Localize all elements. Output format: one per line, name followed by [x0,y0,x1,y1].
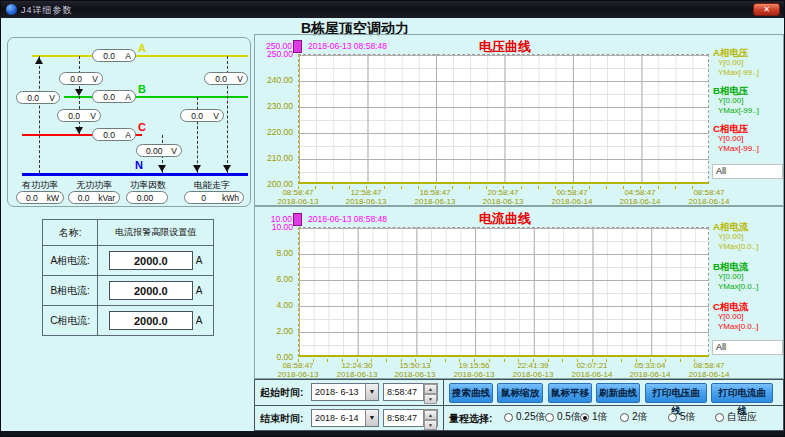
end-time-label: 结束时间: [260,412,303,426]
current-ytick: 4.00 [255,300,295,310]
calendar-dropdown-icon[interactable]: ▼ [365,410,378,426]
current-ytick: 8.00 [255,248,295,258]
current-xtick: 05:33:042018-06-14 [620,361,680,379]
active-power-display: 0.0kW [16,191,64,204]
current-ytick: 10.00 [255,222,295,232]
energy-meter-display: 0kWh [184,191,244,204]
legend-phase-c-current[interactable]: C相电流 Y[0.00] YMax[0.0..] [713,302,783,332]
end-date-input[interactable]: 2018- 6-14 ▼ [311,409,379,427]
arrow-up-icon [35,57,43,64]
current-cursor-time: 2018-06-13 08:58:48 [308,214,387,224]
print-current-curve-button[interactable]: 打印电流曲线 [711,383,773,403]
refresh-curve-button[interactable]: 刷新曲线 [596,383,640,403]
mouse-zoom-button[interactable]: 鼠标缩放 [497,383,543,403]
window-titlebar[interactable]: J4详细参数 ✕ [1,1,785,18]
phase-c-alarm-unit: A [196,315,203,326]
voltage-plot[interactable] [298,54,709,184]
table-row: C相电流: A [43,306,214,336]
close-button[interactable]: ✕ [753,3,780,16]
current-xtick: 12:24:302018-06-13 [327,361,387,379]
circuit-diagram-panel: A B C N 0.0A 0.0A 0.0A [7,37,251,207]
legend-phase-c-voltage[interactable]: C相电压 Y[0.00] YMax[-99..] [713,124,783,154]
app-icon [6,4,17,15]
value-column-header: 电流报警高限设置值 [98,220,214,246]
phase-b-current-display: 0.0A [92,90,136,103]
start-date-input[interactable]: 2018- 6-13 ▼ [311,383,379,401]
current-xtick: 08:58:472018-06-14 [679,361,739,379]
phase-c-alarm-label: C相电流: [43,306,98,336]
legend-all-selector[interactable]: All [712,164,783,179]
voltage-bn-display: 0.0V [180,109,224,122]
current-chart-title: 电流曲线 [405,210,605,228]
range-radio-2x[interactable]: 2倍 [620,410,648,424]
phase-a-label: A [138,42,146,54]
calendar-dropdown-icon[interactable]: ▼ [365,384,378,400]
voltage-bc-display: 0.0V [57,109,101,122]
search-curve-button[interactable]: 搜索曲线 [449,383,493,403]
radio-icon[interactable] [504,413,513,422]
end-time-spinner[interactable]: ▲▼ [423,409,438,427]
table-row: B相电流: A [43,276,214,306]
arrow-down-icon [75,127,83,134]
current-cursor-slider[interactable] [293,213,302,226]
current-xtick: 15:50:132018-06-13 [385,361,445,379]
legend-phase-b-voltage[interactable]: B相电压 Y[0.00] YMax[-99..] [713,86,783,116]
voltage-xtick: 16:58:472018-06-13 [405,188,465,206]
phase-n-label: N [135,159,143,171]
phase-b-alarm-input[interactable] [109,281,193,300]
spin-up-icon[interactable]: ▲ [424,384,437,394]
voltage-xtick: 00:58:472018-06-14 [542,188,602,206]
arrow-down-icon [158,165,166,172]
legend-all-selector[interactable]: All [712,340,783,355]
start-time-spinner[interactable]: ▲▼ [423,383,438,401]
phase-c-current-display: 0.0A [92,128,136,141]
phase-a-alarm-label: A相电流: [43,246,98,276]
window-bottom-border [1,431,785,437]
voltage-xtick: 08:58:472018-06-13 [268,188,328,206]
divider [443,380,444,430]
legend-phase-b-current[interactable]: B相电流 Y[0.00] YMax[0.0..] [713,262,783,292]
voltage-cursor-time: 2018-06-13 08:58:48 [308,41,387,51]
range-radio-025x[interactable]: 0.25倍 [504,410,545,424]
range-radio-1x[interactable]: 1倍 [580,410,608,424]
voltage-ytick: 250.00 [255,49,295,59]
voltage-ytick: 220.00 [255,127,295,137]
radio-icon[interactable] [715,413,724,422]
reactive-power-display: 0.0kVar [68,191,120,204]
voltage-ab-display: 0.0V [59,72,103,85]
phase-c-label: C [138,121,146,133]
legend-phase-a-voltage[interactable]: A相电压 Y[0.00] YMax[-99..] [713,48,783,78]
spin-down-icon[interactable]: ▼ [424,420,437,430]
radio-checked-icon[interactable] [580,413,589,422]
current-xtick: 02:07:212018-06-14 [562,361,622,379]
current-ytick: 2.00 [255,326,295,336]
range-radio-auto[interactable]: 自适应 [715,410,757,424]
phase-a-alarm-input[interactable] [109,251,193,270]
arrow-down-icon [75,89,83,96]
controls-panel: 起始时间: 2018- 6-13 ▼ 8:58:47 ▲▼ 结束时间: 2018… [254,379,784,431]
range-radio-05x[interactable]: 0.5倍 [545,410,581,424]
legend-phase-a-current[interactable]: A相电流 Y[0.00] YMax[0.0..] [713,222,783,252]
phase-c-alarm-input[interactable] [109,311,193,330]
radio-icon[interactable] [620,413,629,422]
main-content: B栋屋顶空调动力 A B C N [1,18,785,431]
current-ytick: 6.00 [255,274,295,284]
table-row: A相电流: A [43,246,214,276]
mouse-pan-button[interactable]: 鼠标平移 [548,383,592,403]
voltage-cursor-slider[interactable] [293,40,302,53]
voltage-ytick: 240.00 [255,75,295,85]
spin-up-icon[interactable]: ▲ [424,410,437,420]
current-plot[interactable] [298,227,709,357]
print-voltage-curve-button[interactable]: 打印电压曲线 [645,383,707,403]
spin-down-icon[interactable]: ▼ [424,394,437,404]
radio-icon[interactable] [668,413,677,422]
phase-b-label: B [138,83,146,95]
name-column-header: 名称: [43,220,98,246]
voltage-ytick: 230.00 [255,101,295,111]
radio-icon[interactable] [545,413,554,422]
window-title: J4详细参数 [21,4,73,17]
voltage-an-right-display: 0.0V [204,72,248,85]
divider [255,405,783,406]
phase-b-alarm-label: B相电流: [43,276,98,306]
range-radio-5x[interactable]: 5倍 [668,410,696,424]
